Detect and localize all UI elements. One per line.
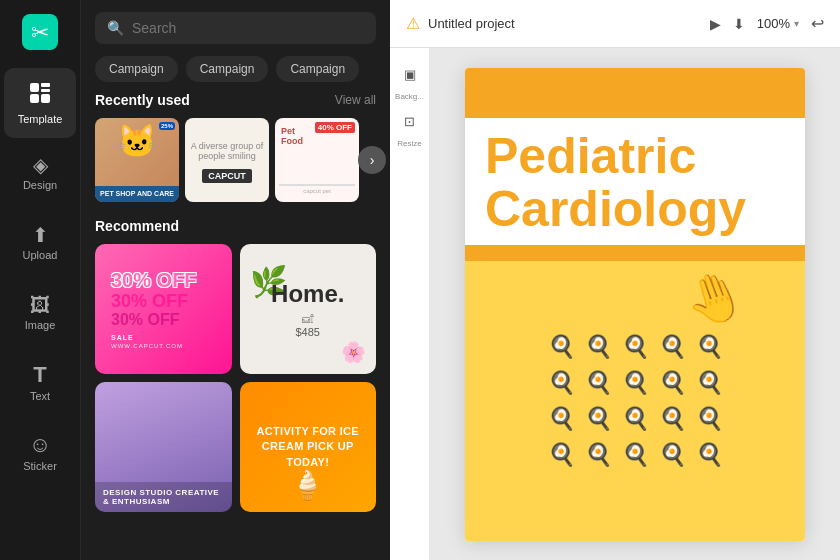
recommend-section: Recommend 30% OFF 30% OFF 30% OFF SALE W… xyxy=(95,218,376,512)
recent-card-petshop[interactable]: 🐱 25% PET SHOP AND CARE xyxy=(95,118,179,202)
download-button[interactable]: ⬇ xyxy=(733,16,745,32)
main-area: ⚠ Untitled project ▶ ⬇ 100% ▾ ↩ ▣ xyxy=(390,0,840,560)
warning-icon: ⚠ xyxy=(406,14,420,33)
background-icon: ▣ xyxy=(404,67,416,82)
chevron-down-icon: ▾ xyxy=(794,18,799,29)
upload-icon: ⬆ xyxy=(32,225,49,245)
sale-sub: SALE xyxy=(111,334,134,341)
eggs-pattern: 🍳 🍳 🍳 🍳 🍳 🍳 🍳 🍳 🍳 🍳 🍳 🍳 🍳 🍳 xyxy=(532,318,739,484)
petshop-text: PET SHOP AND CARE xyxy=(99,190,175,198)
sale-line3: 30% OFF xyxy=(111,312,179,328)
background-tool[interactable]: ▣ Backg... xyxy=(394,58,426,101)
flower-icon: 🌸 xyxy=(341,340,366,364)
recently-used-section: Recently used View all 🐱 25% PET SHOP AN… xyxy=(95,92,376,202)
doc-orange-strip xyxy=(465,245,805,261)
category-tab-campaign-3[interactable]: Campaign xyxy=(276,56,359,82)
svg-rect-4 xyxy=(41,89,50,92)
recent-next-button[interactable]: › xyxy=(358,146,386,174)
doc-title-line2: Cardiology xyxy=(485,183,785,246)
project-name: ⚠ Untitled project xyxy=(406,14,515,33)
petfood-badge: 40% OFF xyxy=(315,122,355,133)
svg-rect-6 xyxy=(41,94,50,103)
resize-tool[interactable]: ⊡ Resize xyxy=(394,105,426,148)
app-logo: ✂ xyxy=(20,12,60,52)
image-icon: 🖼 xyxy=(30,295,50,315)
petshop-overlay: PET SHOP AND CARE xyxy=(95,186,179,202)
canvas-content: Pediatric Cardiology 🤚 🍳 🍳 🍳 🍳 🍳 xyxy=(430,48,840,560)
capcut-label: CAPCUT xyxy=(202,169,252,183)
doc-title-line1: Pediatric xyxy=(485,130,785,183)
panel-content: Recently used View all 🐱 25% PET SHOP AN… xyxy=(81,92,390,560)
recommend-header: Recommend xyxy=(95,218,376,234)
text-icon: T xyxy=(33,364,46,386)
sidebar-item-template[interactable]: Template xyxy=(4,68,76,138)
rec-card-team[interactable]: DESIGN STUDIO CREATIVE & ENTHUSIASM xyxy=(95,382,232,512)
doc-title-section: Pediatric Cardiology xyxy=(465,118,805,245)
recently-used-header: Recently used View all xyxy=(95,92,376,108)
rec-card-icecream[interactable]: ACTIVITY FOR ICE CREAM PICK UP TODAY! 🍦 xyxy=(240,382,377,512)
project-name-text: Untitled project xyxy=(428,16,515,31)
doc-orange-top xyxy=(465,68,805,118)
rec-card-sale[interactable]: 30% OFF 30% OFF 30% OFF SALE WWW.CAPCUT.… xyxy=(95,244,232,374)
rec-card-home[interactable]: 🌿 Home. 🛋 $485 🌸 xyxy=(240,244,377,374)
recent-card-capcut[interactable]: A diverse group of people smiling CAPCUT xyxy=(185,118,269,202)
search-input[interactable] xyxy=(132,20,364,36)
download-icon: ⬇ xyxy=(733,16,745,32)
svg-rect-3 xyxy=(41,83,50,87)
svg-rect-2 xyxy=(30,83,39,92)
play-button[interactable]: ▶ xyxy=(710,16,721,32)
home-title: Home. xyxy=(271,280,344,308)
team-label: DESIGN STUDIO CREATIVE & ENTHUSIASM xyxy=(103,488,224,506)
recommend-title: Recommend xyxy=(95,218,179,234)
sidebar-upload-label: Upload xyxy=(23,249,58,261)
top-bar: ⚠ Untitled project ▶ ⬇ 100% ▾ ↩ xyxy=(390,0,840,48)
sale-line1: 30% OFF xyxy=(111,270,197,290)
category-tab-campaign-1[interactable]: Campaign xyxy=(95,56,178,82)
sale-url: WWW.CAPCUT.COM xyxy=(111,343,183,349)
recent-card-petfood[interactable]: Pet Food 40% OFF capcut pet xyxy=(275,118,359,202)
petfood-title: Pet Food xyxy=(281,126,303,146)
undo-button[interactable]: ↩ xyxy=(811,14,824,33)
sidebar-item-design[interactable]: ◈ Design xyxy=(4,138,76,208)
icecream-icon: 🍦 xyxy=(290,469,325,502)
view-all-link[interactable]: View all xyxy=(335,93,376,107)
play-icon: ▶ xyxy=(710,16,721,32)
doc-image-section: 🤚 🍳 🍳 🍳 🍳 🍳 🍳 🍳 🍳 🍳 🍳 🍳 🍳 xyxy=(465,261,805,541)
sidebar-item-sticker[interactable]: ☺ Sticker xyxy=(4,418,76,488)
search-icon: 🔍 xyxy=(107,20,124,36)
background-button[interactable]: ▣ xyxy=(394,58,426,90)
template-icon xyxy=(28,81,52,109)
side-toolbar: ▣ Backg... ⊡ Resize xyxy=(390,48,430,560)
zoom-value: 100% xyxy=(757,16,790,31)
svg-rect-5 xyxy=(30,94,39,103)
recent-grid: 🐱 25% PET SHOP AND CARE A diverse group … xyxy=(95,118,376,202)
svg-text:✂: ✂ xyxy=(31,20,49,45)
recently-used-title: Recently used xyxy=(95,92,190,108)
search-bar[interactable]: 🔍 xyxy=(95,12,376,44)
canvas-area: ▣ Backg... ⊡ Resize Pediatric Ca xyxy=(390,48,840,560)
sidebar-item-upload[interactable]: ⬆ Upload xyxy=(4,208,76,278)
sidebar-sticker-label: Sticker xyxy=(23,460,57,472)
top-bar-actions: ▶ ⬇ 100% ▾ ↩ xyxy=(710,14,824,33)
home-sofa-icon: 🛋 xyxy=(271,312,344,326)
sidebar-text-label: Text xyxy=(30,390,50,402)
undo-icon: ↩ xyxy=(811,14,824,33)
home-price: $485 xyxy=(271,326,344,338)
design-icon: ◈ xyxy=(33,155,48,175)
recommend-grid: 30% OFF 30% OFF 30% OFF SALE WWW.CAPCUT.… xyxy=(95,244,376,374)
category-tabs: Campaign Campaign Campaign xyxy=(81,56,390,92)
sale-line2: 30% OFF xyxy=(111,292,188,310)
sidebar-design-label: Design xyxy=(23,179,57,191)
resize-button[interactable]: ⊡ xyxy=(394,105,426,137)
resize-icon: ⊡ xyxy=(404,114,415,129)
background-label: Backg... xyxy=(395,92,424,101)
sidebar-item-image[interactable]: 🖼 Image xyxy=(4,278,76,348)
zoom-selector[interactable]: 100% ▾ xyxy=(757,16,799,31)
sidebar: ✂ Template ◈ Design ⬆ Upload 🖼 Image T T… xyxy=(0,0,80,560)
sidebar-template-label: Template xyxy=(18,113,63,125)
sidebar-item-text[interactable]: T Text xyxy=(4,348,76,418)
category-tab-campaign-2[interactable]: Campaign xyxy=(186,56,269,82)
document-canvas[interactable]: Pediatric Cardiology 🤚 🍳 🍳 🍳 🍳 🍳 xyxy=(465,68,805,541)
resize-label: Resize xyxy=(397,139,421,148)
recommend-grid-2: DESIGN STUDIO CREATIVE & ENTHUSIASM ACTI… xyxy=(95,382,376,512)
